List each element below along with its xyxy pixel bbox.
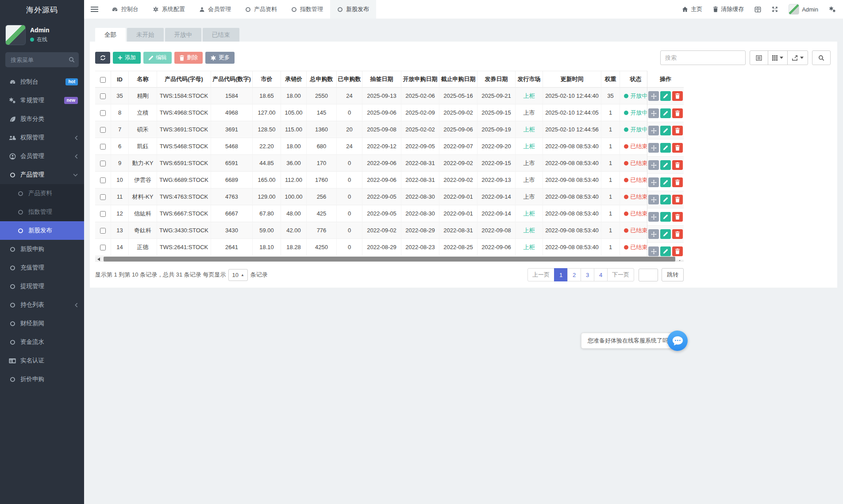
nav-tab-new-stock-release[interactable]: 新股发布 <box>330 0 376 19</box>
delete-row-button[interactable] <box>672 143 683 153</box>
sidebar-item-permission-management[interactable]: 权限管理 <box>0 128 84 147</box>
prev-page-button[interactable]: 上一页 <box>527 268 554 281</box>
row-checkbox[interactable] <box>100 144 106 150</box>
add-button[interactable]: 添加 <box>113 52 141 64</box>
sidebar-search-input[interactable] <box>5 52 79 67</box>
drag-row-button[interactable] <box>648 126 659 135</box>
clear-cache-button[interactable]: 清除缓存 <box>713 5 744 13</box>
drag-row-button[interactable] <box>648 177 659 187</box>
edit-row-button[interactable] <box>660 108 671 118</box>
page-button-2[interactable]: 2 <box>567 268 581 281</box>
edit-row-button[interactable] <box>660 212 671 222</box>
select-all-checkbox[interactable] <box>100 77 106 83</box>
nav-tab-dashboard[interactable]: 控制台 <box>104 0 146 19</box>
delete-row-button[interactable] <box>672 126 683 135</box>
home-link[interactable]: 主页 <box>682 5 702 13</box>
page-button-3[interactable]: 3 <box>581 268 594 281</box>
drag-row-button[interactable] <box>648 195 659 204</box>
next-page-button[interactable]: 下一页 <box>607 268 634 281</box>
column-header-8[interactable]: 抽签日期 <box>362 71 401 88</box>
delete-button[interactable]: 删除 <box>174 52 203 64</box>
column-header-1[interactable]: 名称 <box>129 71 157 88</box>
column-header-9[interactable]: 开放申购日期 <box>401 71 439 88</box>
row-checkbox[interactable] <box>100 245 106 250</box>
sidebar-item-recharge-management[interactable]: 充值管理 <box>0 258 84 277</box>
column-header-14[interactable]: 权重 <box>601 71 620 88</box>
refresh-button[interactable] <box>95 52 110 64</box>
sidebar-item-index-management[interactable]: 指数管理 <box>0 203 84 221</box>
column-header-3[interactable]: 产品代码(数字) <box>211 71 253 88</box>
filter-tab-not-started[interactable]: 未开始 <box>127 28 164 42</box>
row-checkbox[interactable] <box>100 93 106 99</box>
jump-button[interactable]: 跳转 <box>662 268 684 281</box>
sidebar-item-fund-flow[interactable]: 资金流水 <box>0 333 84 351</box>
edit-row-button[interactable] <box>660 126 671 135</box>
nav-tab-member-management[interactable]: 会员管理 <box>192 0 238 19</box>
sidebar-item-discount-subscribe[interactable]: 折价申购 <box>0 370 84 389</box>
row-checkbox[interactable] <box>100 177 106 183</box>
delete-row-button[interactable] <box>672 229 683 239</box>
export-button[interactable] <box>787 50 808 65</box>
column-header-7[interactable]: 已申购数 <box>337 71 362 88</box>
admin-user-menu[interactable]: Admin <box>789 4 818 15</box>
edit-row-button[interactable] <box>660 246 671 256</box>
page-button-1[interactable]: 1 <box>554 268 568 281</box>
edit-row-button[interactable] <box>660 143 671 153</box>
filter-tab-open[interactable]: 开放中 <box>165 28 202 42</box>
row-checkbox[interactable] <box>100 194 106 200</box>
filter-tab-ended[interactable]: 已结束 <box>203 28 239 42</box>
column-header-5[interactable]: 承销价 <box>281 71 307 88</box>
more-button[interactable]: 更多 <box>205 52 235 64</box>
sidebar-item-member-management[interactable]: 会员管理 <box>0 147 84 165</box>
page-button-4[interactable]: 4 <box>594 268 608 281</box>
sidebar-item-real-name-auth[interactable]: 实名认证 <box>0 351 84 370</box>
search-icon[interactable] <box>69 57 75 63</box>
row-checkbox[interactable] <box>100 161 106 166</box>
nav-tab-product-info[interactable]: 产品资料 <box>238 0 284 19</box>
delete-row-button[interactable] <box>672 160 683 170</box>
sidebar-item-general-management[interactable]: 常规管理new <box>0 91 84 110</box>
delete-row-button[interactable] <box>672 246 683 256</box>
horizontal-scrollbar[interactable] <box>95 256 684 262</box>
drag-row-button[interactable] <box>648 143 659 153</box>
sidebar-item-new-stock-release[interactable]: 新股发布 <box>0 221 84 240</box>
search-button[interactable] <box>812 50 831 65</box>
edit-row-button[interactable] <box>660 160 671 170</box>
edit-button[interactable]: 编辑 <box>143 52 172 64</box>
row-checkbox[interactable] <box>100 211 106 217</box>
sidebar-item-finance-news[interactable]: 财经新闻 <box>0 314 84 333</box>
chat-button[interactable] <box>667 331 688 351</box>
edit-row-button[interactable] <box>660 229 671 239</box>
sidebar-item-new-stock-subscribe[interactable]: 新股申购 <box>0 240 84 258</box>
nav-tab-system-config[interactable]: 系统配置 <box>146 0 192 19</box>
drag-row-button[interactable] <box>648 246 659 256</box>
jump-page-input[interactable] <box>639 269 658 281</box>
edit-row-button[interactable] <box>660 195 671 204</box>
column-header-11[interactable]: 发券日期 <box>477 71 516 88</box>
sidebar-item-position-list[interactable]: 持仓列表 <box>0 296 84 314</box>
column-header-2[interactable]: 产品代码(字母) <box>157 71 211 88</box>
detail-view-button[interactable] <box>750 50 768 65</box>
drag-row-button[interactable] <box>648 91 659 101</box>
column-header-12[interactable]: 发行市场 <box>516 71 543 88</box>
sidebar-item-product-management[interactable]: 产品管理 <box>0 165 84 184</box>
avatar[interactable] <box>5 25 26 45</box>
sidebar-item-stock-category[interactable]: 股市分类 <box>0 110 84 128</box>
table-scroll-area[interactable]: ID名称产品代码(字母)产品代码(数字)市价承销价总申购数已申购数抽签日期开放申… <box>95 71 684 256</box>
column-header-4[interactable]: 市价 <box>253 71 281 88</box>
sidebar-item-withdraw-management[interactable]: 提现管理 <box>0 277 84 296</box>
column-header-0[interactable]: ID <box>111 71 129 88</box>
nav-tab-index-management[interactable]: 指数管理 <box>284 0 330 19</box>
columns-button[interactable] <box>768 50 788 65</box>
sidebar-item-product-info[interactable]: 产品资料 <box>0 184 84 203</box>
row-checkbox[interactable] <box>100 228 106 234</box>
column-header-13[interactable]: 更新时间 <box>543 71 601 88</box>
filter-tab-all[interactable]: 全部 <box>95 28 126 42</box>
settings-button[interactable] <box>829 6 836 12</box>
edit-row-button[interactable] <box>660 177 671 187</box>
drag-row-button[interactable] <box>648 160 659 170</box>
sidebar-item-dashboard[interactable]: 控制台hot <box>0 73 84 91</box>
column-header-10[interactable]: 截止申购日期 <box>439 71 477 88</box>
delete-row-button[interactable] <box>672 177 683 187</box>
row-checkbox[interactable] <box>100 127 106 133</box>
